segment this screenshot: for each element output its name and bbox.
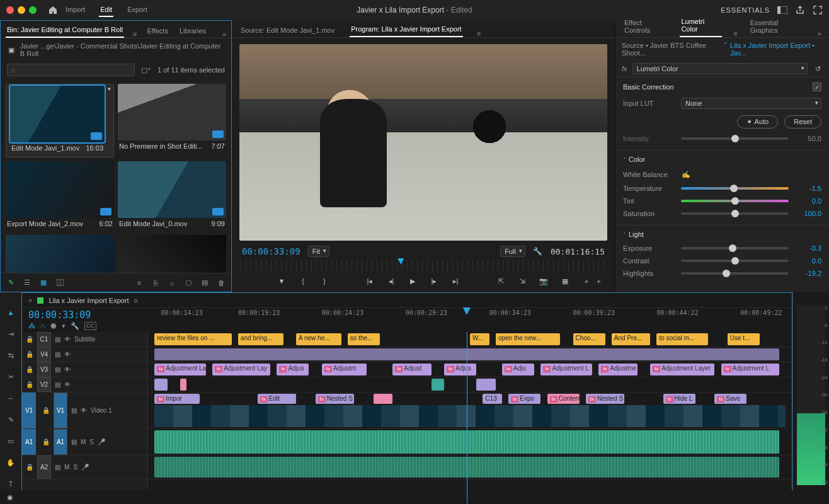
window-zoom[interactable] bbox=[29, 6, 37, 14]
libraries-tab[interactable]: Libraries bbox=[178, 24, 207, 38]
saturation-value[interactable]: 100.0 bbox=[795, 210, 821, 217]
subtitle-clip[interactable]: W... bbox=[470, 333, 489, 345]
subtitle-clip[interactable]: A new he... bbox=[296, 333, 341, 345]
breadcrumb[interactable]: Javier ...ge\Javier - Commercial Shots\J… bbox=[20, 42, 225, 57]
play-icon[interactable]: ▶ bbox=[408, 276, 418, 286]
effect-controls-tab[interactable]: Effect Controls bbox=[623, 16, 668, 37]
new-folder-icon[interactable]: ▢ bbox=[183, 278, 193, 288]
basic-enable-checkbox[interactable]: ✓ bbox=[813, 83, 821, 91]
program-tab[interactable]: Program: Lila x Javier Import Export bbox=[350, 22, 462, 37]
share-icon[interactable] bbox=[795, 5, 805, 15]
track-target-v1[interactable]: V1 bbox=[54, 392, 67, 428]
new-bin-icon[interactable]: ▢⁺ bbox=[141, 65, 151, 75]
current-timecode[interactable]: 00:00:33:09 bbox=[242, 246, 300, 256]
clip-item[interactable]: Edit Mode Javi_1.mov16:03 bbox=[6, 84, 114, 158]
trash-icon[interactable]: 🗑 bbox=[216, 278, 226, 288]
intensity-slider[interactable] bbox=[681, 137, 789, 140]
rectangle-tool-icon[interactable]: ▭ bbox=[4, 435, 17, 447]
source-patch-v1[interactable]: V1 bbox=[22, 392, 36, 428]
adjustment-clip[interactable]: fxAdju bbox=[502, 364, 534, 375]
temperature-value[interactable]: -1.5 bbox=[795, 185, 821, 192]
adjustment-clip[interactable]: fxAdjustment Layer bbox=[650, 364, 714, 375]
track-target-v3[interactable]: V3 bbox=[37, 362, 51, 377]
sequence-link[interactable]: Lila x Javier Import Export • Jav... bbox=[730, 42, 823, 57]
video-clip[interactable]: fxHide L bbox=[663, 394, 695, 404]
video-clip[interactable]: fxNested S bbox=[586, 394, 624, 404]
temperature-slider[interactable] bbox=[681, 187, 789, 190]
slip-tool-icon[interactable]: ↔ bbox=[4, 392, 17, 404]
adjustment-clip[interactable]: fxAdjustm bbox=[322, 364, 367, 375]
scrubber[interactable] bbox=[241, 260, 606, 271]
lumetri-tab[interactable]: Lumetri Color bbox=[680, 14, 722, 37]
video-clip[interactable] bbox=[476, 379, 496, 391]
folder-icon[interactable]: ▣ bbox=[7, 45, 16, 55]
export-frame-icon[interactable]: 📷 bbox=[539, 276, 549, 286]
go-to-in-icon[interactable]: |◂ bbox=[365, 276, 375, 286]
search-input[interactable] bbox=[7, 64, 135, 76]
essential-graphics-tab[interactable]: Essential Graphics bbox=[749, 16, 806, 37]
hand-tool-icon[interactable]: ✋ bbox=[4, 456, 17, 469]
workspace-icon[interactable] bbox=[777, 5, 787, 15]
mute-button[interactable]: M bbox=[81, 438, 86, 445]
subtitle-clip[interactable]: to social m... bbox=[656, 333, 708, 345]
program-viewer[interactable] bbox=[239, 44, 607, 241]
video-clip[interactable]: fxSave bbox=[714, 394, 746, 404]
selection-tool-icon[interactable]: ▲ bbox=[4, 306, 17, 319]
video-clip[interactable]: fxExpo bbox=[508, 394, 540, 404]
adjustment-clip[interactable]: fxAdjustment L bbox=[540, 364, 592, 375]
adjustment-clip[interactable]: fxAdjustment La bbox=[154, 364, 206, 375]
go-to-out-icon[interactable]: ▸| bbox=[450, 276, 460, 286]
pen-tool-icon[interactable]: ✎ bbox=[4, 413, 17, 426]
icon-view-icon[interactable]: ▦ bbox=[38, 278, 49, 288]
track-target-a1[interactable]: A1 bbox=[54, 429, 67, 455]
linked-icon[interactable]: ∩ bbox=[40, 322, 45, 330]
video-clip[interactable] bbox=[154, 379, 167, 391]
clip-item[interactable] bbox=[6, 235, 114, 273]
video-clip[interactable]: fxEdit bbox=[258, 394, 296, 404]
snap-icon[interactable]: ⁂ bbox=[28, 322, 35, 330]
playhead-icon[interactable] bbox=[397, 258, 404, 265]
sequence-name[interactable]: Lila x Javier Import Export bbox=[49, 297, 129, 304]
list-view-icon[interactable]: ☰ bbox=[22, 278, 32, 288]
marker-icon[interactable]: ⬣ bbox=[50, 322, 57, 330]
basic-correction-label[interactable]: Basic Correction bbox=[623, 83, 674, 91]
video-clip[interactable]: fxContent bbox=[547, 394, 580, 404]
clip-item[interactable]: Edit Mode Javi_0.mov9:09 bbox=[118, 161, 226, 231]
lift-icon[interactable]: ⇱ bbox=[496, 276, 506, 286]
reset-button[interactable]: Reset bbox=[784, 115, 821, 129]
auto-icon[interactable]: ⎘ bbox=[151, 278, 161, 288]
bin-tab[interactable]: Bin: Javier Editing at Computer B Roll bbox=[6, 23, 124, 38]
video-clip[interactable] bbox=[374, 394, 393, 404]
effect-select[interactable]: Lumetri Color bbox=[632, 63, 808, 74]
timeline-tracks[interactable]: review the files on ... and bring... A n… bbox=[148, 332, 792, 503]
adjustment-clip[interactable]: fxAdjus bbox=[277, 364, 309, 375]
source-patch-a1[interactable]: A1 bbox=[22, 429, 36, 455]
video-clip[interactable] bbox=[432, 379, 444, 391]
source-tab[interactable]: Source: Edit Mode Javi_1.mov bbox=[239, 23, 336, 37]
panel-overflow-icon[interactable]: » bbox=[818, 30, 821, 37]
wrench-icon[interactable]: 🔧 bbox=[71, 322, 79, 330]
contrast-slider[interactable] bbox=[681, 260, 789, 262]
add-button-icon[interactable]: ＋ bbox=[593, 276, 603, 286]
fullscreen-icon[interactable] bbox=[813, 5, 823, 15]
adjustment-clip[interactable]: fxAdjustme bbox=[598, 364, 637, 375]
subtitle-clip[interactable]: and bring... bbox=[238, 333, 283, 345]
highlights-slider[interactable] bbox=[681, 272, 789, 275]
video-clip[interactable]: fxImpor bbox=[154, 394, 200, 404]
razor-tool-icon[interactable]: ✂ bbox=[4, 370, 17, 383]
intensity-value[interactable]: 50.0 bbox=[795, 135, 821, 142]
time-ruler[interactable]: 00:00:14:23 00:00:19:23 00:00:24:23 00:0… bbox=[148, 308, 792, 332]
window-close[interactable] bbox=[6, 6, 14, 14]
saturation-slider[interactable] bbox=[681, 212, 789, 215]
nav-export[interactable]: Export bbox=[126, 3, 149, 17]
solo-button[interactable]: S bbox=[73, 464, 77, 471]
home-icon[interactable] bbox=[48, 5, 58, 15]
contrast-value[interactable]: 0.0 bbox=[795, 257, 821, 265]
zoom-select[interactable]: Fit bbox=[308, 246, 329, 257]
solo-button[interactable]: S bbox=[89, 438, 94, 445]
subtitle-clip[interactable]: Choo... bbox=[573, 333, 605, 345]
track-target-v2[interactable]: V2 bbox=[37, 377, 51, 392]
exposure-slider[interactable] bbox=[681, 247, 789, 249]
adjustment-clip[interactable]: fxAdjustment Lay bbox=[212, 364, 270, 375]
close-seq-icon[interactable]: × bbox=[28, 297, 32, 304]
